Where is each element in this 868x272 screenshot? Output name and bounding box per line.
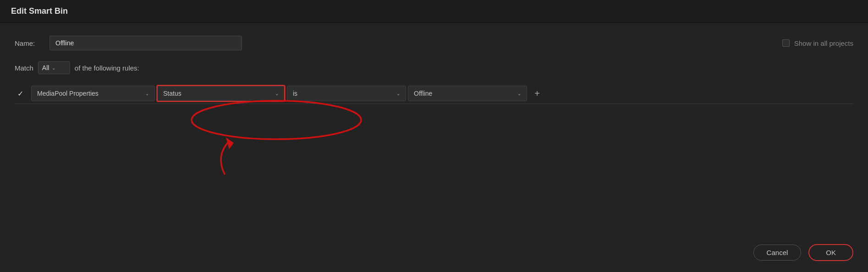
rule-dropdown-2-value: Status (163, 90, 181, 97)
rule-dropdown-2[interactable]: Status ⌄ (157, 85, 285, 102)
add-rule-icon: + (534, 88, 540, 99)
checkmark-icon: ✓ (17, 89, 23, 98)
name-row: Name: Show in all projects (15, 36, 853, 50)
edit-smart-bin-dialog: Edit Smart Bin Name: Show in all project… (0, 0, 868, 272)
name-input[interactable] (49, 36, 242, 50)
rule-dropdown-1-value: MediaPool Properties (37, 90, 99, 97)
ok-button[interactable]: OK (808, 244, 853, 261)
match-dropdown[interactable]: All ⌄ (38, 61, 70, 74)
chevron-down-icon: ⌄ (275, 91, 279, 96)
title-bar: Edit Smart Bin (0, 0, 868, 23)
show-all-projects-checkbox[interactable] (782, 39, 790, 47)
show-all-projects-label: Show in all projects (794, 39, 853, 47)
dialog-body: Name: Show in all projects Match All ⌄ o… (0, 23, 868, 237)
chevron-down-icon: ⌄ (145, 91, 149, 96)
rule-dropdown-3[interactable]: is ⌄ (287, 86, 406, 101)
dialog-footer: Cancel OK (0, 237, 868, 272)
name-label: Name: (15, 39, 42, 47)
match-row: Match All ⌄ of the following rules: (15, 61, 853, 74)
show-all-projects-group: Show in all projects (782, 39, 853, 47)
add-rule-button[interactable]: + (531, 87, 544, 100)
rule-dropdown-3-value: is (293, 90, 297, 97)
match-label: Match (15, 64, 33, 72)
following-rules-label: of the following rules: (75, 64, 139, 72)
match-dropdown-value: All (42, 64, 49, 71)
cancel-button[interactable]: Cancel (753, 245, 802, 261)
rules-row: ✓ MediaPool Properties ⌄ Status ⌄ is ⌄ O… (15, 85, 853, 104)
rule-dropdown-4-value: Offline (414, 90, 432, 97)
chevron-down-icon: ⌄ (52, 65, 55, 71)
chevron-down-icon: ⌄ (517, 91, 521, 96)
rule-checkbox[interactable]: ✓ (15, 88, 26, 99)
rule-dropdown-1[interactable]: MediaPool Properties ⌄ (31, 86, 155, 101)
rule-dropdown-4[interactable]: Offline ⌄ (408, 86, 527, 101)
dialog-title: Edit Smart Bin (11, 6, 68, 16)
chevron-down-icon: ⌄ (396, 91, 400, 96)
